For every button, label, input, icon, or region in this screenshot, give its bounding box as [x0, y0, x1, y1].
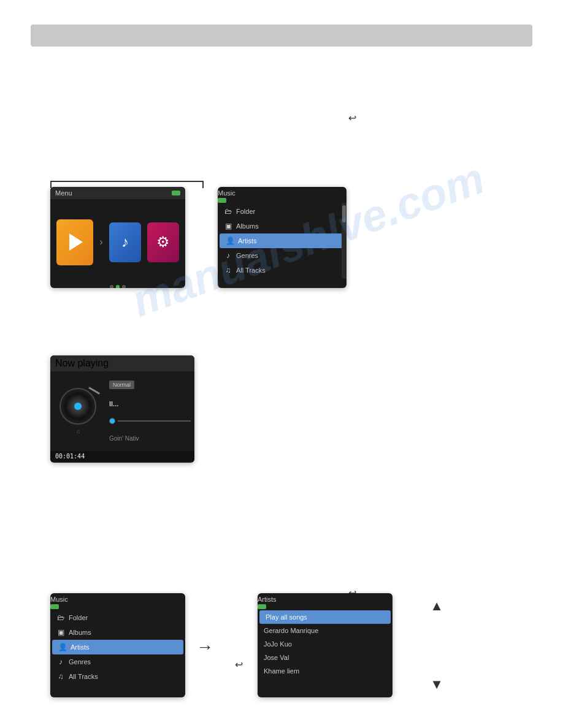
- list-item-alltracks-upper[interactable]: ♫ All Tracks: [218, 263, 347, 278]
- scroll-thumb-upper: [342, 205, 346, 222]
- list-item-folder-upper[interactable]: 🗁 Folder: [218, 204, 347, 219]
- menu-screen: Menu › ♪ ⚙: [50, 187, 185, 288]
- folder-icon: 🗁: [224, 207, 232, 216]
- vertical-scroll-arrows: ▲ ▼: [430, 593, 443, 697]
- music-list-upper: 🗁 Folder ▣ Albums 👤 Artists ♪ Genres ♫ A…: [218, 203, 347, 279]
- menu-title: Menu: [55, 189, 72, 197]
- dot-1: [110, 285, 113, 288]
- list-item-albums-lower[interactable]: ▣ Albums: [50, 625, 185, 640]
- dot-indicators: [50, 285, 185, 288]
- track-title: II...: [109, 400, 191, 408]
- music-indicator-lower: [50, 604, 59, 609]
- normal-badge: Normal: [109, 381, 134, 389]
- nowplaying-footer: 00:01:44: [50, 451, 194, 461]
- artists-screen: Artists Play all songs Gerardo Manrique …: [258, 593, 393, 697]
- list-item-jojo[interactable]: JoJo Kuo: [258, 637, 393, 651]
- artists-indicator: [258, 604, 266, 609]
- genres-icon-lower: ♪: [56, 658, 65, 666]
- chevron-right-icon: ›: [99, 237, 102, 248]
- music-screen-header: Music: [218, 187, 347, 203]
- nowplaying-header: Now playing: [50, 355, 194, 371]
- track-info: Normal II... Goin' Nativ: [105, 371, 194, 451]
- music-title-upper: Music: [218, 189, 236, 197]
- list-item-artists-lower[interactable]: 👤 Artists: [52, 640, 183, 654]
- top-bar: [31, 25, 532, 47]
- menu-indicator: [172, 191, 180, 195]
- bracket: [50, 181, 204, 182]
- list-item-khame[interactable]: Khame liem: [258, 664, 393, 678]
- progress-dot: [109, 418, 115, 424]
- back-arrow-lower2: ↩: [235, 659, 243, 670]
- nowplaying-title: Now playing: [55, 358, 109, 369]
- albums-icon: ▣: [224, 222, 232, 230]
- track-subtitle: Goin' Nativ: [109, 435, 191, 442]
- nowplaying-screen: Now playing ♫ Normal II... Goin' Nativ 0…: [50, 355, 194, 463]
- menu-screen-header: Menu: [50, 187, 185, 199]
- music-screen-upper: Music 🗁 Folder ▣ Albums 👤 Artists ♪ Genr…: [218, 187, 347, 288]
- menu-icon-settings[interactable]: ⚙: [147, 222, 179, 262]
- genres-icon-upper: ♪: [224, 251, 232, 260]
- artists-icon-lower: 👤: [58, 643, 67, 651]
- list-item-jose[interactable]: Jose Val: [258, 651, 393, 664]
- dot-2: [116, 285, 120, 288]
- scrollbar-upper[interactable]: [342, 203, 347, 279]
- scroll-down-arrow[interactable]: ▼: [430, 677, 443, 692]
- list-item-gerardo[interactable]: Gerardo Manrique: [258, 624, 393, 637]
- list-item-folder-lower[interactable]: 🗁 Folder: [50, 610, 185, 625]
- music-screen-lower: Music 🗁 Folder ▣ Albums 👤 Artists ♪ Genr…: [50, 593, 185, 697]
- list-item-artists-upper[interactable]: 👤 Artists: [220, 233, 345, 248]
- vinyl-record: [59, 388, 96, 425]
- music-title-lower: Music: [50, 596, 68, 603]
- nowplaying-content: ♫ Normal II... Goin' Nativ: [50, 371, 194, 451]
- list-item-albums-upper[interactable]: ▣ Albums: [218, 219, 347, 233]
- dot-3: [122, 285, 126, 288]
- vinyl-center: [74, 403, 82, 410]
- menu-icon-play[interactable]: [56, 219, 93, 265]
- vinyl-arm: [88, 387, 100, 395]
- progress-line: [118, 420, 191, 422]
- music-list-lower: 🗁 Folder ▣ Albums 👤 Artists ♪ Genres ♫ A…: [50, 609, 185, 685]
- alltracks-icon-upper: ♫: [224, 266, 232, 275]
- artists-icon-upper: 👤: [226, 237, 234, 245]
- artists-screen-header: Artists: [258, 593, 393, 609]
- folder-icon-lower: 🗁: [56, 613, 65, 622]
- menu-content: › ♪ ⚙: [50, 199, 185, 285]
- play-icon: [69, 233, 83, 251]
- arrow-right-lower: →: [196, 637, 213, 657]
- progress-bar: [109, 418, 191, 424]
- vinyl-label: ♫: [76, 428, 80, 434]
- menu-icon-music[interactable]: ♪: [109, 222, 141, 262]
- music-indicator-upper: [218, 198, 226, 203]
- list-item-play-all[interactable]: Play all songs: [259, 610, 391, 624]
- albums-icon-lower: ▣: [56, 628, 65, 637]
- list-item-genres-upper[interactable]: ♪ Genres: [218, 248, 347, 263]
- scroll-up-arrow[interactable]: ▲: [430, 598, 443, 614]
- time-display: 00:01:44: [55, 453, 85, 460]
- music-screen-lower-header: Music: [50, 593, 185, 609]
- alltracks-icon-lower: ♫: [56, 672, 65, 681]
- vinyl-area: ♫: [50, 371, 105, 451]
- artists-list: Play all songs Gerardo Manrique JoJo Kuo…: [258, 609, 393, 679]
- list-item-alltracks-lower[interactable]: ♫ All Tracks: [50, 669, 185, 684]
- list-item-genres-lower[interactable]: ♪ Genres: [50, 654, 185, 669]
- artists-title: Artists: [258, 596, 277, 603]
- back-arrow-upper: ↩: [348, 112, 356, 124]
